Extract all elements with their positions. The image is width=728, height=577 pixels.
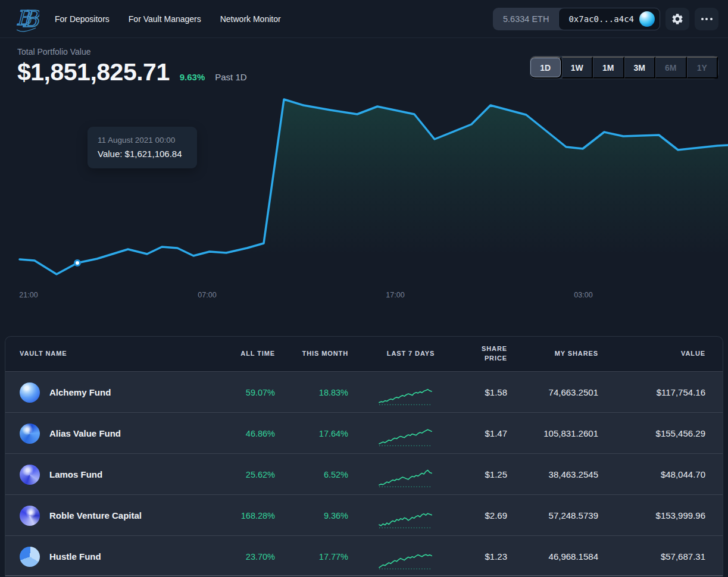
vault-value: $48,044.70 [5,454,705,495]
chart-hover-marker [75,261,80,266]
vault-value: $153,999.96 [5,495,705,536]
brand-logo-icon[interactable]: B B [15,5,39,33]
nav-link-for-vault-managers[interactable]: For Vault Managers [129,14,201,24]
table-row[interactable]: Alchemy Fund 59.07% 18.83% $1.58 74,663.… [5,371,723,412]
ellipsis-icon [701,18,713,20]
timeframe-1d[interactable]: 1D [530,57,562,79]
table-row[interactable]: Lamos Fund 25.62% 6.52% $1.25 38,463.254… [5,453,723,494]
chart-tooltip: 11 August 2021 00:00 Value: $1,621,106.8… [88,127,197,168]
table-row[interactable]: Alias Value Fund 46.86% 17.64% $1.47 105… [5,412,723,453]
portfolio-hero: Total Portfolio Value $1,851,825.71 9.63… [0,38,728,86]
vaults-table-body: Alchemy Fund 59.07% 18.83% $1.58 74,663.… [5,371,723,576]
vault-value: $57,687.31 [5,536,705,576]
more-menu-button[interactable] [695,8,718,30]
portfolio-period: Past 1D [215,72,246,82]
timeframe-3m[interactable]: 3M [624,57,656,79]
wallet-address-button[interactable]: 0x7ac0...a4c4 [558,8,660,30]
gear-icon [671,12,684,26]
tooltip-date: 11 August 2021 00:00 [98,136,187,145]
table-row[interactable]: Hustle Fund 23.70% 17.77% $1.23 46,968.1… [5,535,723,576]
vaults-table-header: VAULT NAME ALL TIME THIS MONTH LAST 7 DA… [5,337,723,371]
top-nav: B B For Depositors For Vault Managers Ne… [0,0,728,38]
vaults-table: VAULT NAME ALL TIME THIS MONTH LAST 7 DA… [5,336,723,576]
nav-link-for-depositors[interactable]: For Depositors [55,14,110,24]
portfolio-label: Total Portfolio Value [17,47,711,57]
column-header-value: VALUE [5,337,705,371]
x-axis-tick: 03:00 [574,291,592,299]
vault-value: $155,456.29 [5,413,705,454]
portfolio-chart[interactable]: 11 August 2021 00:00 Value: $1,621,106.8… [0,91,728,321]
nav-link-network-monitor[interactable]: Network Monitor [220,14,281,24]
nav-links: For Depositors For Vault Managers Networ… [55,14,281,24]
timeframe-selector: 1D 1W 1M 3M 6M 1Y [530,56,718,79]
wallet-address: 0x7ac0...a4c4 [568,14,634,24]
vault-value: $117,754.16 [5,372,705,413]
x-axis-tick: 07:00 [198,291,216,299]
wallet-group: 5.6334 ETH 0x7ac0...a4c4 [493,8,660,30]
eth-balance: 5.6334 ETH [493,14,558,24]
x-axis-tick: 17:00 [386,291,404,299]
tooltip-value: Value: $1,621,106.84 [98,149,187,159]
timeframe-6m[interactable]: 6M [655,57,687,79]
timeframe-1y[interactable]: 1Y [687,57,718,79]
x-axis-tick: 21:00 [19,291,38,299]
table-row[interactable]: Roble Venture Capital 168.28% 9.36% $2.6… [5,494,723,535]
settings-button[interactable] [665,8,689,30]
timeframe-1m[interactable]: 1M [593,57,624,79]
wallet-avatar [639,11,655,27]
nav-right-group: 5.6334 ETH 0x7ac0...a4c4 [493,8,718,30]
timeframe-1w[interactable]: 1W [562,57,593,79]
svg-text:B: B [22,6,39,32]
portfolio-change: 9.63% [180,72,205,82]
portfolio-chart-canvas[interactable] [0,91,728,293]
portfolio-value: $1,851,825.71 [17,58,170,86]
chart-x-axis: 21:0007:0017:0003:00 [0,291,728,303]
